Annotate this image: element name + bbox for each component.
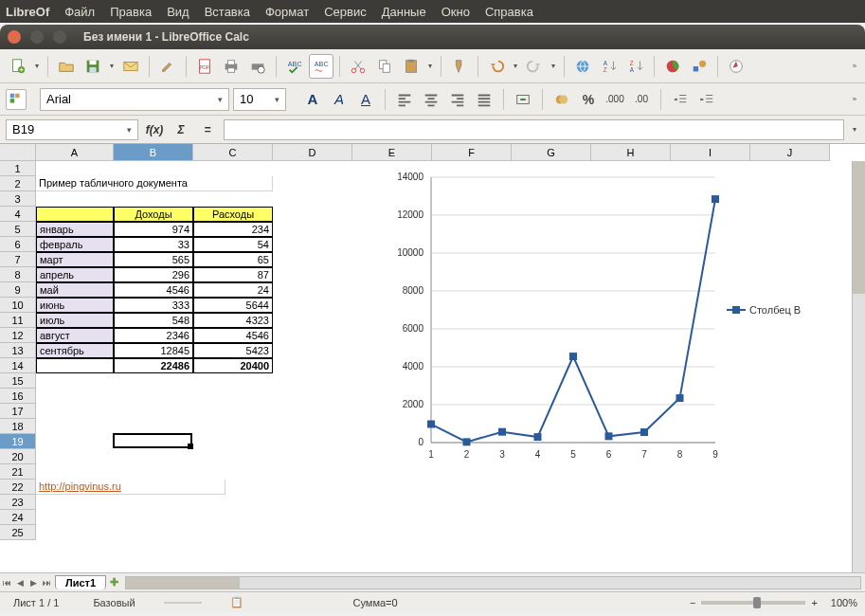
hyperlink-icon[interactable] [570, 54, 595, 79]
status-signature-icon[interactable]: 📋 [225, 596, 249, 608]
row-header-3[interactable]: 3 [0, 191, 36, 207]
column-header-F[interactable]: F [432, 144, 512, 161]
row-header-18[interactable]: 18 [0, 419, 36, 434]
decrease-indent-icon[interactable] [669, 88, 692, 111]
cell-C14[interactable]: 20400 [193, 358, 273, 373]
window-close-button[interactable] [8, 30, 21, 44]
cell-A14[interactable] [36, 358, 114, 373]
menu-format[interactable]: Формат [265, 5, 309, 19]
new-document-icon[interactable] [6, 54, 30, 79]
column-header-E[interactable]: E [352, 144, 432, 161]
percent-icon[interactable]: % [577, 88, 600, 111]
column-header-D[interactable]: D [273, 144, 352, 161]
menu-window[interactable]: Окно [442, 5, 470, 19]
equals-icon[interactable]: = [197, 119, 218, 140]
auto-spellcheck-icon[interactable]: ABC [309, 54, 333, 79]
embedded-chart[interactable]: 0200040006000800010000120001400012345678… [379, 168, 810, 471]
row-header-19[interactable]: 19 [0, 434, 36, 449]
row-header-14[interactable]: 14 [0, 358, 36, 373]
menu-insert[interactable]: Вставка [205, 5, 250, 19]
cell-C5[interactable]: 234 [193, 222, 273, 237]
row-header-10[interactable]: 10 [0, 298, 36, 313]
print-direct-icon[interactable] [219, 54, 243, 79]
undo-dropdown[interactable]: ▾ [511, 62, 520, 70]
increase-indent-icon[interactable] [695, 88, 718, 111]
cell-A12[interactable]: август [36, 328, 114, 343]
menu-data[interactable]: Данные [382, 5, 426, 19]
chevron-down-icon[interactable]: ▾ [275, 95, 279, 104]
select-all-corner[interactable] [0, 144, 36, 161]
chevron-down-icon[interactable]: ▾ [127, 125, 132, 135]
cell-C7[interactable]: 65 [193, 252, 273, 267]
column-header-H[interactable]: H [591, 144, 671, 161]
cell-A13[interactable]: сентябрь [36, 343, 114, 358]
cell-A5[interactable]: январь [36, 222, 114, 237]
cell-C10[interactable]: 5644 [193, 298, 273, 313]
cell-B13[interactable]: 12845 [114, 343, 193, 358]
cell-C6[interactable]: 54 [193, 237, 273, 252]
paste-icon[interactable] [399, 54, 423, 79]
currency-icon[interactable] [550, 88, 573, 111]
print-preview-icon[interactable] [245, 54, 270, 79]
row-header-1[interactable]: 1 [0, 161, 36, 176]
align-justify-icon[interactable] [473, 88, 496, 111]
sheet-tab-1[interactable]: Лист1 [55, 575, 106, 589]
new-document-dropdown[interactable]: ▾ [32, 62, 42, 70]
redo-icon[interactable] [522, 54, 547, 79]
cell-A10[interactable]: июнь [36, 298, 114, 313]
cell-A11[interactable]: июль [36, 313, 114, 328]
save-icon[interactable] [81, 54, 105, 79]
status-insert-mode[interactable] [164, 602, 202, 604]
row-header-13[interactable]: 13 [0, 343, 36, 358]
row-header-12[interactable]: 12 [0, 328, 36, 343]
row-header-20[interactable]: 20 [0, 449, 36, 464]
zoom-out-icon[interactable]: − [690, 597, 695, 608]
cell-B7[interactable]: 565 [114, 252, 193, 267]
cell-B8[interactable]: 296 [114, 267, 193, 282]
cell-C12[interactable]: 4546 [193, 328, 273, 343]
status-sum[interactable]: Сумма=0 [348, 597, 404, 608]
row-header-23[interactable]: 23 [0, 495, 36, 510]
styles-icon[interactable] [6, 89, 27, 110]
add-decimal-icon[interactable]: .000 [604, 88, 626, 111]
row-header-17[interactable]: 17 [0, 404, 36, 419]
remove-decimal-icon[interactable]: .00 [630, 88, 653, 111]
cell-B5[interactable]: 974 [114, 222, 193, 237]
row-header-22[interactable]: 22 [0, 480, 36, 495]
cell-B9[interactable]: 4546 [114, 282, 193, 298]
sum-icon[interactable]: Σ [171, 119, 191, 140]
cell-C11[interactable]: 4323 [193, 313, 273, 328]
cell-B11[interactable]: 548 [114, 313, 193, 328]
merge-cells-icon[interactable] [512, 88, 534, 111]
formula-input[interactable] [224, 119, 844, 140]
italic-icon[interactable]: A [328, 88, 351, 111]
cut-icon[interactable] [346, 54, 370, 79]
align-center-icon[interactable] [420, 88, 442, 111]
format-paintbrush-icon[interactable] [447, 54, 472, 79]
export-pdf-icon[interactable]: PDF [192, 54, 217, 79]
column-header-G[interactable]: G [512, 144, 591, 161]
navigator-icon[interactable] [724, 54, 748, 79]
column-header-I[interactable]: I [671, 144, 750, 161]
spellcheck-icon[interactable]: ABC [282, 54, 307, 79]
column-header-J[interactable]: J [750, 144, 830, 161]
bold-icon[interactable]: A [301, 88, 324, 111]
row-header-11[interactable]: 11 [0, 313, 36, 328]
cell-B6[interactable]: 33 [114, 237, 193, 252]
cell-A6[interactable]: февраль [36, 237, 114, 252]
font-name-combo[interactable]: Arial ▾ [40, 88, 229, 111]
zoom-in-icon[interactable]: + [811, 597, 817, 608]
sort-desc-icon[interactable]: ZA [623, 54, 648, 79]
underline-icon[interactable]: A [354, 88, 377, 111]
row-header-16[interactable]: 16 [0, 389, 36, 404]
row-header-9[interactable]: 9 [0, 282, 36, 298]
window-maximize-button[interactable] [53, 30, 66, 44]
tab-next-icon[interactable]: ▶ [27, 575, 40, 590]
row-header-25[interactable]: 25 [0, 525, 36, 540]
cell-A2[interactable]: Пример табличного документа [36, 176, 273, 191]
cell-A8[interactable]: апрель [36, 267, 114, 282]
column-header-C[interactable]: C [193, 144, 273, 161]
toolbar-overflow[interactable]: » [850, 62, 859, 70]
row-header-2[interactable]: 2 [0, 176, 36, 191]
open-icon[interactable] [54, 54, 79, 79]
